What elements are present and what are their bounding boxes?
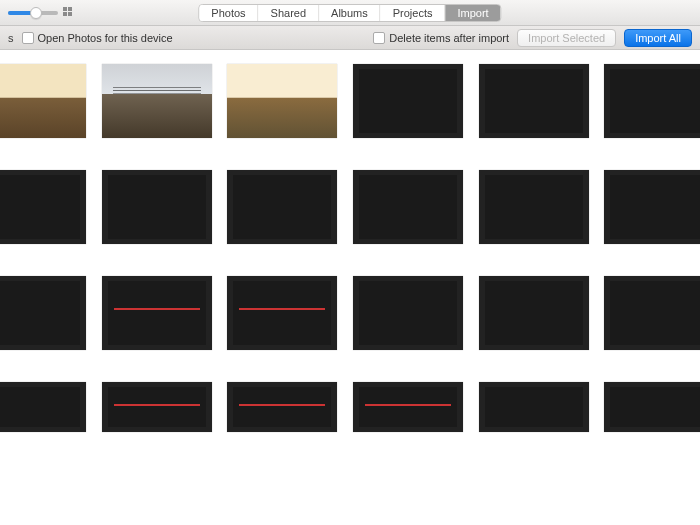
delete-after-checkbox[interactable] — [373, 32, 385, 44]
svg-rect-0 — [63, 7, 67, 11]
photo-thumbnail[interactable] — [102, 170, 212, 244]
photo-thumbnail[interactable] — [604, 382, 700, 432]
photo-thumbnail[interactable] — [102, 276, 212, 350]
tab-import[interactable]: Import — [445, 5, 500, 21]
zoom-slider-knob[interactable] — [30, 7, 42, 19]
svg-rect-2 — [63, 12, 67, 16]
photo-thumbnail[interactable] — [479, 64, 589, 138]
photo-thumbnail[interactable] — [479, 170, 589, 244]
tab-projects[interactable]: Projects — [381, 5, 446, 21]
photo-thumbnail[interactable] — [0, 170, 86, 244]
open-photos-checkbox-group[interactable]: Open Photos for this device — [22, 32, 173, 44]
photo-thumbnail[interactable] — [0, 276, 86, 350]
photo-thumbnail[interactable] — [604, 170, 700, 244]
photo-thumbnail[interactable] — [479, 382, 589, 432]
photo-thumbnail[interactable] — [353, 170, 463, 244]
import-toolbar: s Open Photos for this device Delete ite… — [0, 26, 700, 50]
thumbnail-large-icon — [62, 7, 74, 19]
delete-after-label: Delete items after import — [389, 32, 509, 44]
open-photos-checkbox[interactable] — [22, 32, 34, 44]
photo-thumbnail[interactable] — [353, 382, 463, 432]
tab-photos[interactable]: Photos — [199, 5, 258, 21]
photo-thumbnail[interactable] — [102, 382, 212, 432]
photo-thumbnail[interactable] — [227, 382, 337, 432]
view-tabs: PhotosSharedAlbumsProjectsImport — [198, 4, 501, 22]
tab-shared[interactable]: Shared — [259, 5, 319, 21]
thumbnail-grid — [0, 50, 700, 432]
delete-after-checkbox-group[interactable]: Delete items after import — [373, 32, 509, 44]
photo-thumbnail[interactable] — [604, 64, 700, 138]
titlebar: PhotosSharedAlbumsProjectsImport — [0, 0, 700, 26]
photo-thumbnail[interactable] — [604, 276, 700, 350]
svg-rect-1 — [68, 7, 72, 11]
photo-thumbnail[interactable] — [227, 170, 337, 244]
photo-thumbnail[interactable] — [353, 276, 463, 350]
zoom-slider-group — [8, 7, 74, 19]
import-all-button[interactable]: Import All — [624, 29, 692, 47]
zoom-slider[interactable] — [8, 11, 58, 15]
photo-thumbnail[interactable] — [0, 382, 86, 432]
tab-albums[interactable]: Albums — [319, 5, 381, 21]
device-name-truncated: s — [8, 32, 14, 44]
import-selected-button[interactable]: Import Selected — [517, 29, 616, 47]
photo-thumbnail[interactable] — [102, 64, 212, 138]
svg-rect-3 — [68, 12, 72, 16]
photo-thumbnail[interactable] — [227, 276, 337, 350]
photo-thumbnail[interactable] — [227, 64, 337, 138]
photo-thumbnail[interactable] — [479, 276, 589, 350]
open-photos-label: Open Photos for this device — [38, 32, 173, 44]
photo-thumbnail[interactable] — [0, 64, 86, 138]
photo-thumbnail[interactable] — [353, 64, 463, 138]
